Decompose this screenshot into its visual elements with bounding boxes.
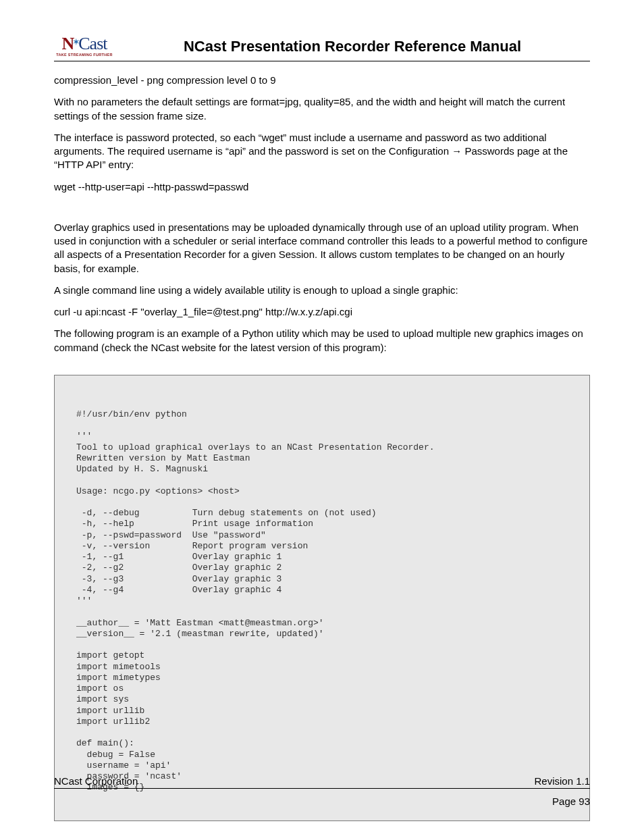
footer-row: NCast Corporation Revision 1.1 [54, 775, 590, 789]
page-footer: NCast Corporation Revision 1.1 Page 93 [54, 775, 590, 807]
paragraph-overlay-intro: Overlay graphics used in presentations m… [54, 221, 590, 276]
paragraph-single-cmd: A single command line using a widely ava… [54, 284, 590, 297]
logo-wordmark: N✶Cast [61, 34, 107, 54]
footer-revision: Revision 1.1 [534, 775, 590, 787]
param-compression-level: compression_level - png compression leve… [54, 74, 590, 87]
paragraph-defaults: With no parameters the default settings … [54, 95, 590, 123]
footer-company: NCast Corporation [54, 775, 138, 787]
wget-command: wget --http-user=api --http-passwd=passw… [54, 180, 590, 194]
python-code-block: #!/usr/bin/env python ''' Tool to upload… [54, 375, 590, 821]
paragraph-python-intro: The following program is an example of a… [54, 327, 590, 355]
curl-command: curl -u api:ncast -F "overlay_1_file=@te… [54, 305, 590, 319]
content-body: compression_level - png compression leve… [54, 74, 590, 821]
logo-cast-word: Cast [78, 34, 107, 53]
logo-star-icon: ✶ [72, 36, 80, 48]
paragraph-password: The interface is password protected, so … [54, 131, 590, 172]
document-title: NCast Presentation Recorder Reference Ma… [115, 38, 590, 57]
page-header: N✶Cast TAKE STREAMING FURTHER NCast Pres… [54, 34, 590, 61]
document-page: N✶Cast TAKE STREAMING FURTHER NCast Pres… [0, 0, 644, 834]
page-number: Page 93 [54, 796, 590, 807]
ncast-logo: N✶Cast TAKE STREAMING FURTHER [54, 34, 115, 57]
logo-tagline: TAKE STREAMING FURTHER [56, 53, 113, 57]
